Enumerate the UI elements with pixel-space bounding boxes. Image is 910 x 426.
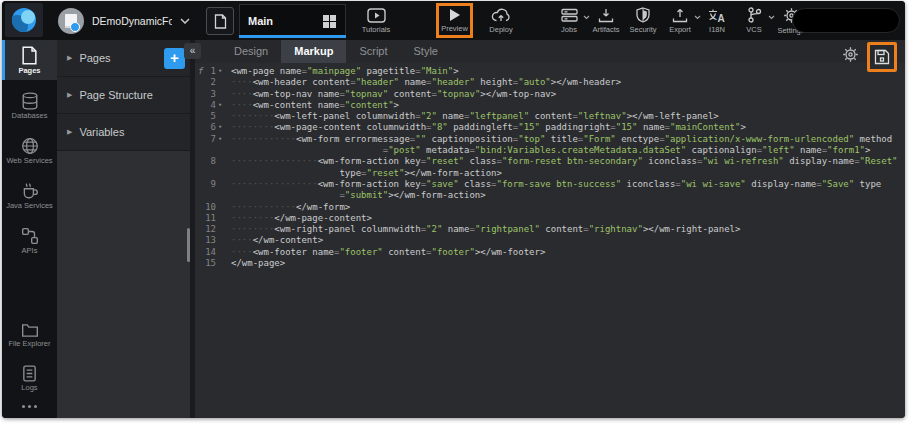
code-line[interactable]: ="post" metadata="bind:Variables.createM… xyxy=(195,145,905,156)
more-options-button[interactable] xyxy=(2,397,57,418)
grid-icon[interactable] xyxy=(322,14,337,29)
code-line[interactable]: type="reset"></wm-form-action> xyxy=(195,168,905,179)
shield-icon xyxy=(636,7,650,23)
code-line[interactable]: 14····<wm-footer name="footer" content="… xyxy=(195,247,905,258)
active-tab-underline xyxy=(239,35,346,38)
tab-markup[interactable]: Markup xyxy=(281,40,346,63)
code-line[interactable]: 10············</wm-form> xyxy=(195,202,905,213)
code-text: ····<wm-footer name="footer" content="fo… xyxy=(231,247,545,258)
markup-editor[interactable]: f1▾<wm-page name="mainpage" pagetitle="M… xyxy=(195,63,905,418)
rail-item-label: Databases xyxy=(12,112,48,120)
chevron-down-icon[interactable] xyxy=(180,18,190,24)
section-variables[interactable]: ▶ Variables xyxy=(57,114,190,151)
wavemaker-logo-icon xyxy=(12,8,36,32)
code-line[interactable]: 6▾········<wm-page-content columnwidth="… xyxy=(195,122,905,133)
save-floppy-icon xyxy=(874,49,890,65)
rail-item-databases[interactable]: Databases xyxy=(2,86,57,125)
new-page-button[interactable] xyxy=(206,7,234,35)
gutter-cell: 8 xyxy=(195,156,231,167)
rail-item-label: Java Services xyxy=(6,202,53,210)
add-page-button[interactable]: + xyxy=(164,48,185,69)
section-page-structure[interactable]: ▶ Page Structure xyxy=(57,77,190,114)
database-icon xyxy=(21,92,39,110)
code-line[interactable]: 7▾············<wm-form errormessage="" c… xyxy=(195,134,905,145)
branch-icon xyxy=(747,7,762,23)
rail-item-label: Logs xyxy=(21,384,37,392)
section-pages[interactable]: ▶ Pages + xyxy=(57,40,190,77)
tab-design[interactable]: Design xyxy=(221,40,281,63)
cloud-upload-icon xyxy=(491,7,511,23)
artifacts-button[interactable]: Artifacts xyxy=(591,3,621,38)
section-label: Page Structure xyxy=(79,89,152,101)
api-icon xyxy=(21,227,39,245)
collapse-panel-button[interactable]: « xyxy=(184,43,201,59)
code-line[interactable]: 4▾····<wm-content name="content"> xyxy=(195,100,905,111)
tab-page-main[interactable]: Main xyxy=(239,4,346,37)
code-line[interactable]: ="submit"></wm-form-action> xyxy=(195,190,905,201)
code-line[interactable]: 9················<wm-form-action key="sa… xyxy=(195,179,905,190)
gutter-cell: 4▾ xyxy=(195,100,231,111)
code-text: ········</wm-page-content> xyxy=(231,213,372,224)
security-button[interactable]: Security xyxy=(628,3,658,38)
code-line[interactable]: 2····<wm-header content="header" name="h… xyxy=(195,77,905,88)
gutter-cell xyxy=(195,168,231,179)
rail-item-file-explorer[interactable]: File Explorer xyxy=(2,316,57,353)
rail-item-logs[interactable]: Logs xyxy=(2,359,57,397)
globe-icon xyxy=(21,137,39,155)
code-text: ····<wm-content name="content"> xyxy=(231,100,399,111)
code-line[interactable]: 11········</wm-page-content> xyxy=(195,213,905,224)
i18n-button[interactable]: A I18N xyxy=(702,3,732,38)
gutter-cell: 5 xyxy=(195,111,231,122)
code-text: ="submit"></wm-form-action> xyxy=(231,190,486,201)
vcs-button[interactable]: VCS xyxy=(739,3,769,38)
tutorials-button[interactable]: Tutorials xyxy=(354,3,398,38)
jobs-button[interactable]: Jobs xyxy=(554,3,584,38)
code-line[interactable]: 3····<wm-top-nav name="topnav" content="… xyxy=(195,89,905,100)
gutter-marker: f xyxy=(198,66,203,77)
code-line[interactable]: 5········<wm-left-panel columnwidth="2" … xyxy=(195,111,905,122)
code-line[interactable]: 13····</wm-content> xyxy=(195,235,905,246)
rail-item-web-services[interactable]: Web Services xyxy=(2,131,57,170)
rail-item-label: Pages xyxy=(18,67,40,75)
code-line[interactable]: 12········<wm-right-panel columnwidth="2… xyxy=(195,224,905,235)
gutter-cell: 7▾ xyxy=(195,134,231,145)
vcs-label: VCS xyxy=(746,25,761,34)
deploy-button[interactable]: Deploy xyxy=(479,3,523,38)
project-name: DEmoDynamicFor... xyxy=(92,15,172,27)
chevron-down-icon[interactable] xyxy=(768,15,775,20)
editor-settings-gear-icon[interactable] xyxy=(842,46,859,63)
wavemaker-logo-button[interactable] xyxy=(5,3,43,37)
jobs-icon xyxy=(561,8,578,23)
jobs-label: Jobs xyxy=(561,25,577,34)
caret-right-icon[interactable]: ▶ xyxy=(67,54,72,62)
preview-button[interactable]: Preview xyxy=(436,3,473,38)
editor-tabstrip: Design Markup Script Style xyxy=(195,40,905,64)
deploy-label: Deploy xyxy=(489,25,512,34)
code-line[interactable]: f1▾<wm-page name="mainpage" pagetitle="M… xyxy=(195,66,905,77)
user-account-area[interactable] xyxy=(792,8,900,33)
save-button[interactable] xyxy=(867,42,897,72)
code-pane[interactable]: f1▾<wm-page name="mainpage" pagetitle="M… xyxy=(195,66,905,269)
rail-item-apis[interactable]: APIs xyxy=(2,221,57,260)
gutter-cell: 13 xyxy=(195,235,231,246)
chevron-down-icon[interactable] xyxy=(694,15,701,20)
rail-item-java-services[interactable]: Java Services xyxy=(2,176,57,215)
export-button[interactable]: Export xyxy=(665,3,695,38)
gutter-cell xyxy=(195,145,231,156)
gutter-cell: 6▾ xyxy=(195,122,231,133)
tab-style[interactable]: Style xyxy=(401,40,451,63)
caret-right-icon[interactable]: ▶ xyxy=(67,128,72,136)
caret-right-icon[interactable]: ▶ xyxy=(67,91,72,99)
project-selector[interactable]: DEmoDynamicFor... xyxy=(58,1,190,40)
rail-item-pages[interactable]: Pages xyxy=(2,40,57,80)
tab-script[interactable]: Script xyxy=(346,40,400,63)
gutter-cell: 10 xyxy=(195,202,231,213)
gutter-cell: 12 xyxy=(195,224,231,235)
code-line[interactable]: 8················<wm-form-action key="re… xyxy=(195,156,905,167)
gutter-cell: 14 xyxy=(195,247,231,258)
code-line[interactable]: 15</wm-page> xyxy=(195,258,905,269)
rail-item-label: File Explorer xyxy=(8,340,50,348)
code-text: ········<wm-left-panel columnwidth="2" n… xyxy=(231,111,719,122)
section-label: Pages xyxy=(79,52,110,64)
chevron-down-icon[interactable] xyxy=(583,15,590,20)
